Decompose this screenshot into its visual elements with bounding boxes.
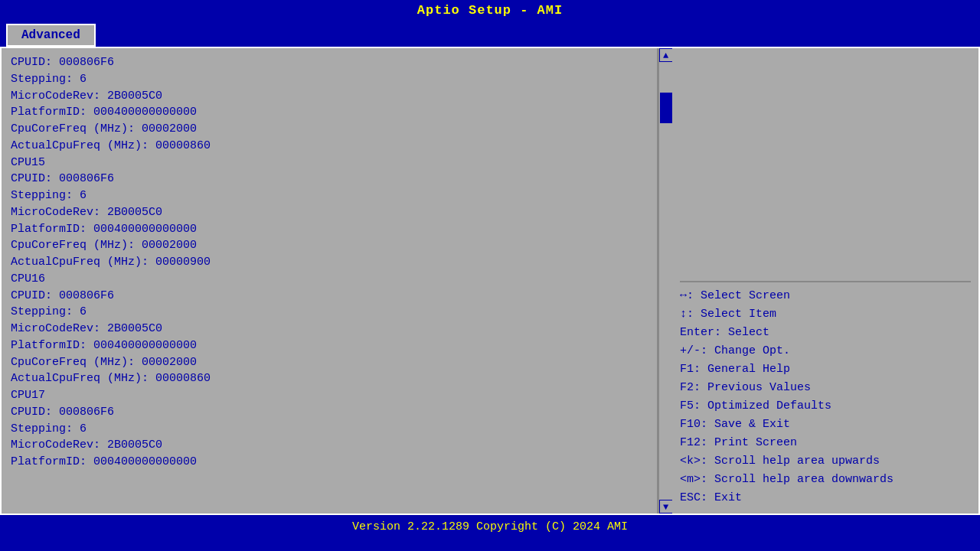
scroll-track: [659, 62, 673, 500]
help-key-line: F1: General Help: [680, 360, 971, 379]
help-top-area: [680, 54, 971, 276]
help-key-line: <k>: Scroll help area upwards: [680, 452, 971, 471]
footer: Version 2.22.1289 Copyright (C) 2024 AMI: [0, 515, 980, 540]
help-key-line: Enter: Select: [680, 324, 971, 342]
help-key-line: +/-: Change Opt.: [680, 342, 971, 360]
help-key-line: ESC: Exit: [680, 489, 971, 507]
help-key-line: F10: Save & Exit: [680, 416, 971, 434]
scrollbar[interactable]: ▲ ▼: [658, 48, 672, 514]
left-panel: CPUID: 000806F6 Stepping: 6 MicroCodeRev…: [2, 48, 658, 514]
divider: [680, 281, 971, 282]
cpu-info-text: CPUID: 000806F6 Stepping: 6 MicroCodeRev…: [11, 54, 648, 471]
help-key-line: ↔: Select Screen: [680, 287, 971, 305]
help-keys: ↔: Select Screen↕: Select ItemEnter: Sel…: [680, 287, 971, 507]
scroll-thumb[interactable]: [660, 93, 672, 123]
help-key-line: F12: Print Screen: [680, 434, 971, 452]
main-area: CPUID: 000806F6 Stepping: 6 MicroCodeRev…: [0, 47, 980, 515]
help-key-line: F5: Optimized Defaults: [680, 397, 971, 416]
help-key-line: F2: Previous Values: [680, 379, 971, 397]
help-key-line: ↕: Select Item: [680, 305, 971, 324]
tab-advanced[interactable]: Advanced: [6, 24, 96, 47]
scroll-up-button[interactable]: ▲: [659, 48, 673, 62]
scroll-down-button[interactable]: ▼: [659, 500, 673, 514]
tab-bar: Advanced: [0, 21, 980, 47]
app-title: Aptio Setup - AMI: [417, 3, 563, 18]
right-panel: ↔: Select Screen↕: Select ItemEnter: Sel…: [672, 48, 978, 514]
title-bar: Aptio Setup - AMI: [0, 0, 980, 21]
footer-text: Version 2.22.1289 Copyright (C) 2024 AMI: [352, 520, 628, 533]
help-key-line: <m>: Scroll help area downwards: [680, 471, 971, 489]
